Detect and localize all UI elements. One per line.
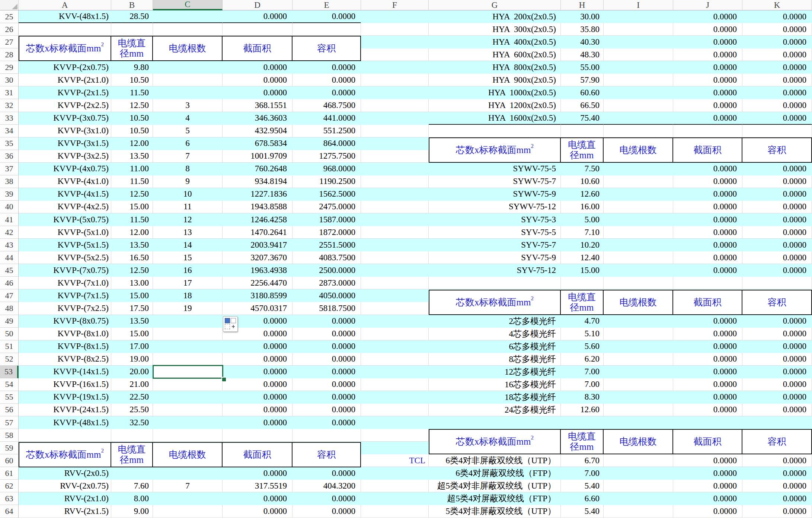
cell-J62[interactable]: 0.0000	[673, 480, 742, 492]
row-header-28[interactable]: 28	[0, 48, 19, 61]
cell-C62[interactable]: 7	[153, 480, 223, 492]
cell-F29[interactable]	[361, 61, 429, 74]
cell-B63[interactable]: 8.00	[111, 492, 153, 505]
cell-I42[interactable]	[604, 226, 673, 239]
cell-A41[interactable]: KVVP-(5x0.75)	[19, 213, 111, 226]
cell-G52[interactable]: 8芯多模光纤	[429, 353, 561, 366]
cell-I41[interactable]	[604, 213, 673, 226]
row-header-29[interactable]: 29	[0, 61, 19, 74]
cell-G51[interactable]: 6芯多模光纤	[429, 340, 561, 353]
cell-B32[interactable]: 12.50	[111, 99, 153, 112]
cell-D31[interactable]: 0.0000	[223, 86, 292, 99]
header-section-area[interactable]: 截面积	[673, 430, 742, 454]
cell-A30[interactable]: KVVP-(2x1.0)	[19, 74, 111, 86]
cell-J49[interactable]: 0.0000	[673, 315, 742, 328]
cell-B33[interactable]: 10.50	[111, 112, 153, 125]
cell-E39[interactable]: 1562.5000	[292, 188, 361, 201]
cell-E25[interactable]: 0.0000	[292, 10, 361, 23]
cell-F36[interactable]	[361, 150, 429, 163]
cell-J38[interactable]: 0.0000	[673, 175, 742, 188]
cell-C26[interactable]	[153, 23, 223, 36]
cell-F49[interactable]	[361, 315, 429, 328]
header-diameter[interactable]: 电缆直径mm	[111, 36, 153, 60]
cell-C34[interactable]: 5	[153, 125, 223, 137]
header-cable-count[interactable]: 电缆根数	[604, 138, 673, 162]
cell-G34[interactable]	[429, 125, 561, 137]
cell-K55[interactable]: 0.0000	[742, 391, 812, 404]
cell-F47[interactable]	[361, 289, 429, 302]
cell-J30[interactable]: 0.0000	[673, 74, 742, 86]
cell-J50[interactable]: 0.0000	[673, 328, 742, 340]
cell-J27[interactable]: 0.0000	[673, 36, 742, 48]
row-header-47[interactable]: 47	[0, 289, 19, 302]
cell-H55[interactable]: 8.30	[561, 391, 604, 404]
cell-I53[interactable]	[604, 366, 673, 378]
cell-I37[interactable]	[604, 163, 673, 175]
cell-A52[interactable]: KVVP-(8x2.5)	[19, 353, 111, 366]
cell-K38[interactable]: 0.0000	[742, 175, 812, 188]
cell-J39[interactable]: 0.0000	[673, 188, 742, 201]
cell-C42[interactable]: 13	[153, 226, 223, 239]
cell-F51[interactable]	[361, 340, 429, 353]
cell-D47[interactable]: 3180.8599	[223, 289, 292, 302]
cell-D58[interactable]	[223, 429, 292, 442]
select-all-corner[interactable]	[0, 0, 19, 10]
cell-J32[interactable]: 0.0000	[673, 99, 742, 112]
cell-C56[interactable]	[153, 404, 223, 416]
cell-I63[interactable]	[604, 492, 673, 505]
cell-H30[interactable]: 57.90	[561, 74, 604, 86]
cell-F43[interactable]	[361, 239, 429, 251]
cell-I34[interactable]	[604, 125, 673, 137]
cell-G31[interactable]: HYA 1000x(2x0.5)	[429, 86, 561, 99]
cell-H26[interactable]: 35.80	[561, 23, 604, 36]
cell-A29[interactable]: KVVP-(2x0.75)	[19, 61, 111, 74]
cell-C54[interactable]	[153, 378, 223, 391]
cell-F61[interactable]	[361, 467, 429, 480]
cell-B38[interactable]: 11.50	[111, 175, 153, 188]
cell-E40[interactable]: 2475.0000	[292, 201, 361, 213]
cell-H57[interactable]	[561, 416, 604, 429]
cell-I25[interactable]	[604, 10, 673, 23]
cell-A61[interactable]: RVV-(2x0.5)	[19, 467, 111, 480]
cell-F54[interactable]	[361, 378, 429, 391]
cell-D53[interactable]: 0.0000	[223, 366, 292, 378]
header-core-spec[interactable]: 芯数x标称截面mm2	[429, 290, 561, 314]
cell-A54[interactable]: KVVP-(16x1.5)	[19, 378, 111, 391]
cell-E35[interactable]: 864.0000	[292, 137, 361, 150]
cell-A33[interactable]: KVVP-(3x0.75)	[19, 112, 111, 125]
header-section-area[interactable]: 截面积	[223, 36, 292, 60]
cell-J26[interactable]: 0.0000	[673, 23, 742, 36]
cell-A49[interactable]: KVVP-(8x0.75)	[19, 315, 111, 328]
cell-C47[interactable]: 18	[153, 289, 223, 302]
cell-G40[interactable]: SYWV-75-12	[429, 201, 561, 213]
cell-H27[interactable]: 40.30	[561, 36, 604, 48]
cell-F32[interactable]	[361, 99, 429, 112]
cell-F26[interactable]	[361, 23, 429, 36]
cell-G37[interactable]: SYWV-75-5	[429, 163, 561, 175]
cell-F27[interactable]	[361, 36, 429, 48]
cell-I56[interactable]	[604, 404, 673, 416]
cell-K60[interactable]: 0.0000	[742, 454, 812, 467]
cell-C49[interactable]	[153, 315, 223, 328]
cell-A64[interactable]: RVV-(2x1.5)	[19, 505, 111, 518]
cell-F57[interactable]	[361, 416, 429, 429]
cell-K33[interactable]: 0.0000	[742, 112, 812, 125]
header-cable-count[interactable]: 电缆根数	[604, 290, 673, 314]
cell-C61[interactable]	[153, 467, 223, 480]
cell-J29[interactable]: 0.0000	[673, 61, 742, 74]
cell-I44[interactable]	[604, 251, 673, 264]
column-header-A[interactable]: A	[19, 0, 111, 10]
column-header-I[interactable]: I	[604, 0, 673, 10]
cell-B25[interactable]: 28.50	[111, 10, 153, 23]
row-header-59[interactable]: 59	[0, 442, 19, 454]
cell-K39[interactable]: 0.0000	[742, 188, 812, 201]
cell-A62[interactable]: RVV-(2x0.75)	[19, 480, 111, 492]
header-section-area[interactable]: 截面积	[673, 138, 742, 162]
cell-C57[interactable]	[153, 416, 223, 429]
cell-J46[interactable]	[673, 277, 742, 289]
row-header-46[interactable]: 46	[0, 277, 19, 289]
fill-handle[interactable]	[221, 377, 227, 382]
column-header-J[interactable]: J	[673, 0, 742, 10]
row-header-33[interactable]: 33	[0, 112, 19, 125]
cell-F60[interactable]: TCL	[361, 454, 429, 467]
